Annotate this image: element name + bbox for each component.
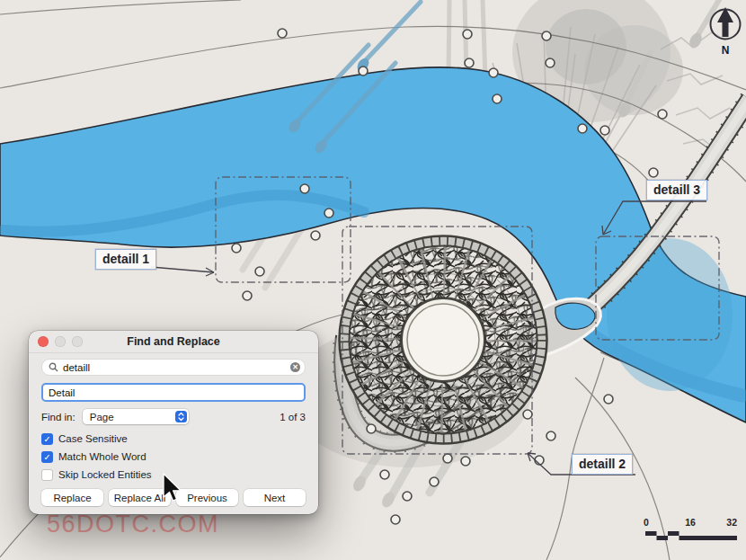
find-in-value: Page bbox=[90, 412, 114, 422]
find-in-dropdown[interactable]: Page bbox=[83, 409, 189, 424]
dialog-titlebar[interactable]: Find and Replace bbox=[29, 331, 318, 353]
close-button[interactable] bbox=[38, 336, 49, 347]
checkbox-label: Case Sensitive bbox=[58, 433, 128, 444]
checkbox-match-whole-word[interactable]: Match Whole Word bbox=[41, 449, 306, 464]
detail-1-label[interactable]: detaill 1 bbox=[95, 249, 156, 270]
checkbox-case-sensitive[interactable]: Case Sensitive bbox=[41, 431, 306, 446]
scale-tick-16: 16 bbox=[685, 517, 696, 528]
watermark: 56DOTC.COM bbox=[47, 511, 219, 538]
zoom-button[interactable] bbox=[72, 336, 83, 347]
replace-value: Detail bbox=[49, 387, 75, 398]
replace-button[interactable]: Replace bbox=[41, 489, 103, 506]
mouse-cursor bbox=[163, 473, 186, 503]
next-button[interactable]: Next bbox=[244, 489, 306, 506]
find-in-label: Find in: bbox=[41, 412, 75, 422]
detail-2-label[interactable]: detaill 2 bbox=[572, 454, 633, 475]
checkbox-icon[interactable] bbox=[41, 451, 53, 463]
search-icon bbox=[49, 362, 58, 372]
checkbox-label: Skip Locked Entities bbox=[58, 469, 152, 480]
match-count: 1 of 3 bbox=[280, 412, 306, 422]
app-window[interactable]: N 0 16 32 detaill 1 detaill 2 detaill 3 … bbox=[0, 0, 746, 560]
minimize-button[interactable] bbox=[55, 336, 66, 347]
search-input[interactable]: detaill ✕ bbox=[41, 359, 306, 376]
clear-search-icon[interactable]: ✕ bbox=[290, 362, 300, 372]
dropdown-stepper-icon bbox=[175, 411, 187, 422]
scale-tick-32: 32 bbox=[726, 517, 737, 528]
replace-all-button[interactable]: Replace All bbox=[109, 489, 171, 506]
checkbox-label: Match Whole Word bbox=[58, 451, 147, 462]
checkbox-icon[interactable] bbox=[41, 433, 53, 445]
checkbox-icon[interactable] bbox=[41, 469, 53, 481]
detail-3-label[interactable]: detaill 3 bbox=[646, 180, 707, 200]
search-value: detaill bbox=[63, 362, 290, 373]
north-label: N bbox=[722, 44, 730, 57]
replace-input[interactable]: Detail bbox=[41, 383, 306, 402]
scale-tick-0: 0 bbox=[644, 517, 649, 528]
